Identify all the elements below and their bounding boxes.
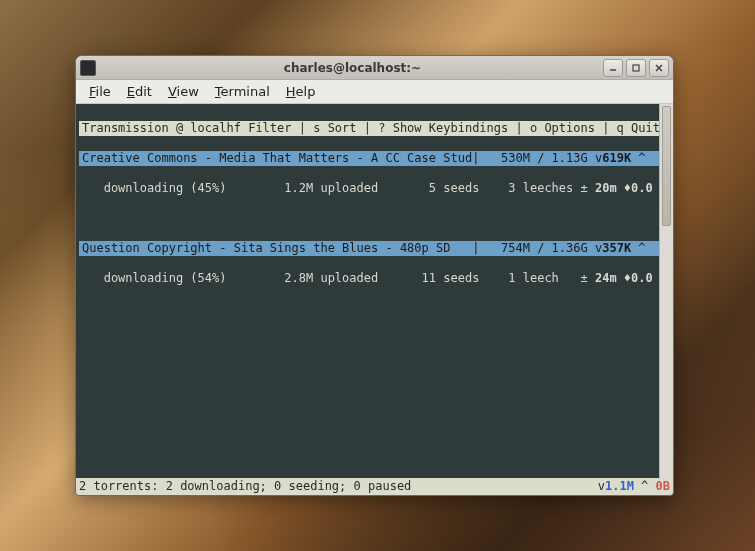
window-title: charles@localhost:~ [102, 61, 603, 75]
menubar: File Edit View Terminal Help [76, 80, 673, 104]
close-icon [654, 63, 664, 73]
torrent-row-status: downloading (54%) 2.8M uploaded 11 seeds… [79, 271, 670, 286]
status-bar: 2 torrents: 2 downloading; 0 seeding; 0 … [76, 478, 673, 495]
status-rates: v1.1M ^ 0B [598, 479, 670, 494]
download-speed: 619K [602, 151, 631, 165]
maximize-button[interactable] [626, 59, 646, 77]
blank-line [79, 211, 670, 226]
status-summary: 2 torrents: 2 downloading; 0 seeding; 0 … [79, 479, 411, 493]
close-button[interactable] [649, 59, 669, 77]
torrent-row-title: Creative Commons - Media That Matters - … [79, 151, 670, 166]
total-up-speed: 0B [656, 479, 670, 493]
menu-terminal[interactable]: Terminal [208, 82, 277, 101]
terminal-window: charles@localhost:~ File Edit View Termi… [75, 55, 674, 496]
torrent-row-title: Question Copyright - Sita Sings the Blue… [79, 241, 670, 256]
window-controls [603, 59, 669, 77]
titlebar[interactable]: charles@localhost:~ [76, 56, 673, 80]
terminal-content: Transmission @ localhf Filter | s Sort |… [76, 104, 673, 318]
torrent-row-status: downloading (45%) 1.2M uploaded 5 seeds … [79, 181, 670, 196]
terminal-app-icon [80, 60, 96, 76]
minimize-button[interactable] [603, 59, 623, 77]
scrollbar[interactable] [659, 104, 673, 479]
app-header-line: Transmission @ localhf Filter | s Sort |… [79, 121, 670, 136]
download-speed: 357K [602, 241, 631, 255]
svg-rect-1 [633, 65, 639, 71]
eta: 24m [595, 271, 617, 285]
menu-view[interactable]: View [161, 82, 206, 101]
maximize-icon [631, 63, 641, 73]
menu-edit[interactable]: Edit [120, 82, 159, 101]
menu-help[interactable]: Help [279, 82, 323, 101]
minimize-icon [608, 63, 618, 73]
eta: 20m [595, 181, 617, 195]
total-down-speed: 1.1M [605, 479, 634, 493]
terminal-viewport[interactable]: Transmission @ localhf Filter | s Sort |… [76, 104, 673, 495]
menu-file[interactable]: File [82, 82, 118, 101]
scrollbar-thumb[interactable] [662, 106, 671, 226]
